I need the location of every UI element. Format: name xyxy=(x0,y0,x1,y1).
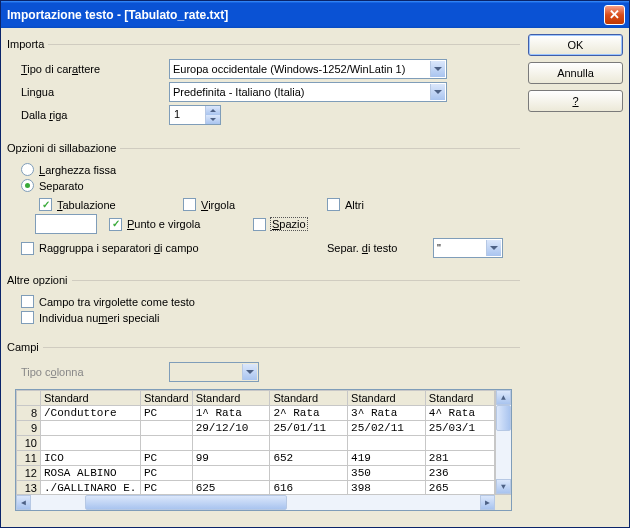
table-row: 10 xyxy=(17,436,495,451)
spinner-up-icon[interactable] xyxy=(205,106,220,115)
table-cell: 99 xyxy=(192,451,270,466)
row-number: 12 xyxy=(17,466,41,481)
col-header[interactable]: Standard xyxy=(348,391,426,406)
close-button[interactable]: ✕ xyxy=(604,5,625,25)
table-cell: 1^ Rata xyxy=(192,406,270,421)
col-header[interactable]: Standard xyxy=(41,391,141,406)
cancel-button[interactable]: Annulla xyxy=(528,62,623,84)
check-comma-label: Virgola xyxy=(201,199,235,211)
table-cell xyxy=(270,466,348,481)
lang-label: Lingua xyxy=(11,86,163,98)
table-cell: 265 xyxy=(425,481,494,495)
row-number: 10 xyxy=(17,436,41,451)
table-cell: 25/01/11 xyxy=(270,421,348,436)
table-row: 12ROSA ALBINOPC350236 xyxy=(17,466,495,481)
check-other-label: Altri xyxy=(345,199,364,211)
check-tab[interactable]: Tabulazione xyxy=(39,198,179,211)
coltype-label: Tipo colonna xyxy=(11,366,163,378)
table-row: 8/ConduttorePC1^ Rata2^ Rata3^ Rata4^ Ra… xyxy=(17,406,495,421)
table-header-row: Standard Standard Standard Standard Stan… xyxy=(17,391,495,406)
check-semicolon-label: Punto e virgola xyxy=(127,218,200,230)
table-cell xyxy=(348,436,426,451)
col-header[interactable]: Standard xyxy=(192,391,270,406)
spinner-down-icon[interactable] xyxy=(205,115,220,124)
table-cell: ./GALLINARO E. xyxy=(41,481,141,495)
table-cell xyxy=(41,421,141,436)
textdelim-value: " xyxy=(437,242,441,254)
row-number: 13 xyxy=(17,481,41,495)
col-header[interactable]: Standard xyxy=(425,391,494,406)
fromrow-spinner[interactable]: 1 xyxy=(169,105,221,125)
table-cell: 2^ Rata xyxy=(270,406,348,421)
preview-grid[interactable]: Standard Standard Standard Standard Stan… xyxy=(15,389,512,511)
table-cell: PC xyxy=(141,481,193,495)
table-cell: ROSA ALBINO xyxy=(41,466,141,481)
table-row: 13./GALLINARO E.PC625616398265 xyxy=(17,481,495,495)
textdelim-label: Separ. di testo xyxy=(327,242,427,254)
charset-value: Europa occidentale (Windows-1252/WinLati… xyxy=(173,63,405,75)
table-row: 929/12/1025/01/1125/02/1125/03/1 xyxy=(17,421,495,436)
check-quoted-as-text[interactable]: Campo tra virgolette come testo xyxy=(21,295,516,308)
vertical-scrollbar[interactable]: ▲ ▼ xyxy=(495,390,511,494)
table-cell xyxy=(141,421,193,436)
scroll-thumb[interactable] xyxy=(85,495,287,510)
table-cell: 25/03/1 xyxy=(425,421,494,436)
fromrow-value: 1 xyxy=(170,106,205,124)
chevron-down-icon xyxy=(430,84,445,100)
coltype-select xyxy=(169,362,259,382)
row-number: 11 xyxy=(17,451,41,466)
check-detect-label: Individua numeri speciali xyxy=(39,312,159,324)
scroll-thumb[interactable] xyxy=(496,405,511,431)
radio-fixed-width[interactable]: Larghezza fissa xyxy=(21,163,516,176)
dialog-body: Importa TTipo di carattereipo di caratte… xyxy=(1,28,629,527)
radio-fixed-label: Larghezza fissa xyxy=(39,164,116,176)
check-semicolon[interactable]: Punto e virgola xyxy=(109,217,249,231)
button-column: OK Annulla ? xyxy=(528,34,623,521)
table-cell: 29/12/10 xyxy=(192,421,270,436)
radio-separated[interactable]: Separato xyxy=(21,179,516,192)
textdelim-select[interactable]: " xyxy=(433,238,503,258)
table-cell: PC xyxy=(141,466,193,481)
group-fields: Campi Tipo colonna St xyxy=(7,341,520,519)
col-header[interactable]: Standard xyxy=(141,391,193,406)
table-cell: 625 xyxy=(192,481,270,495)
lang-select[interactable]: Predefinita - Italiano (Italia) xyxy=(169,82,447,102)
chevron-down-icon xyxy=(242,364,257,380)
col-header[interactable]: Standard xyxy=(270,391,348,406)
checkbox-icon xyxy=(109,218,122,231)
row-number: 9 xyxy=(17,421,41,436)
table-cell xyxy=(425,436,494,451)
check-other[interactable]: Altri xyxy=(327,198,473,211)
preview-table: Standard Standard Standard Standard Stan… xyxy=(16,390,495,494)
scroll-up-icon[interactable]: ▲ xyxy=(496,390,511,405)
check-quoted-label: Campo tra virgolette come testo xyxy=(39,296,195,308)
group-separators-legend: Opzioni di sillabazione xyxy=(7,142,120,154)
check-space[interactable]: Spazio xyxy=(253,217,393,231)
table-cell: 398 xyxy=(348,481,426,495)
ok-button[interactable]: OK xyxy=(528,34,623,56)
table-cell xyxy=(192,436,270,451)
check-tab-label: Tabulazione xyxy=(57,199,116,211)
scroll-down-icon[interactable]: ▼ xyxy=(496,479,511,494)
scroll-left-icon[interactable]: ◀ xyxy=(16,495,31,510)
table-cell: 350 xyxy=(348,466,426,481)
table-cell: 236 xyxy=(425,466,494,481)
horizontal-scrollbar[interactable]: ◀ ▶ xyxy=(16,494,511,510)
check-merge-delimiters[interactable]: Raggruppa i separatori di campo xyxy=(21,242,321,255)
table-cell: 4^ Rata xyxy=(425,406,494,421)
group-import: Importa TTipo di carattereipo di caratte… xyxy=(7,38,520,132)
charset-select[interactable]: Europa occidentale (Windows-1252/WinLati… xyxy=(169,59,447,79)
other-separator-input[interactable] xyxy=(35,214,97,234)
lang-value: Predefinita - Italiano (Italia) xyxy=(173,86,304,98)
table-cell xyxy=(270,436,348,451)
radio-separated-label: Separato xyxy=(39,180,84,192)
scroll-right-icon[interactable]: ▶ xyxy=(480,495,495,510)
help-button[interactable]: ? xyxy=(528,90,623,112)
check-detect-numbers[interactable]: Individua numeri speciali xyxy=(21,311,516,324)
group-other-legend: Altre opzioni xyxy=(7,274,72,286)
fromrow-label: Dalla riga xyxy=(11,109,163,121)
table-cell: 25/02/11 xyxy=(348,421,426,436)
checkbox-icon xyxy=(21,295,34,308)
group-separators: Opzioni di sillabazione Larghezza fissa … xyxy=(7,142,520,264)
check-comma[interactable]: Virgola xyxy=(183,198,323,211)
